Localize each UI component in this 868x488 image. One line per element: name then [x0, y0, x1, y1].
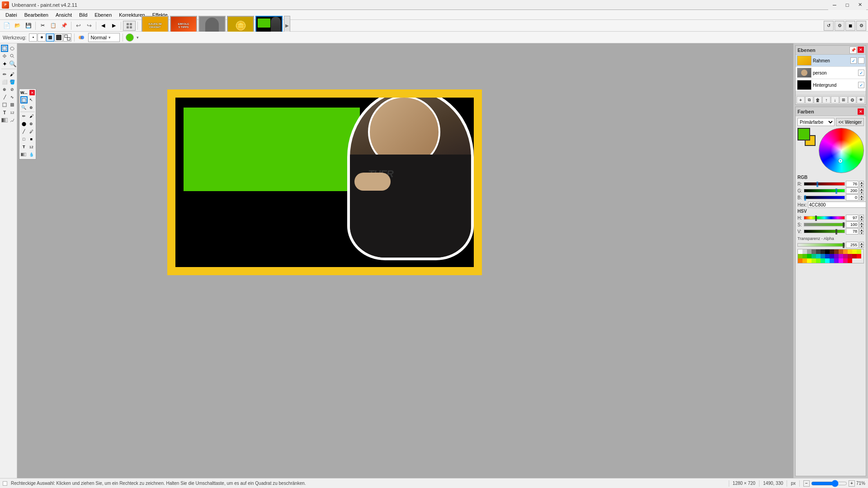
layer-up[interactable]: ↑ [822, 96, 830, 103]
tool-eraser[interactable]: ⬜ [1, 78, 8, 85]
palette-cell[interactable] [848, 258, 852, 263]
cut-button[interactable]: ✂ [38, 21, 47, 31]
tool-move[interactable] [1, 52, 8, 60]
primary-dropdown[interactable]: Primärfarbe [797, 118, 835, 126]
tool-rect[interactable] [1, 101, 8, 108]
layer-hintergrund[interactable]: Hintergrund ✓ [796, 79, 866, 91]
alpha-up[interactable]: ▲ [859, 242, 864, 245]
tool-size-3[interactable] [46, 33, 54, 42]
copy-button[interactable]: 📋 [48, 21, 58, 31]
layer-eye[interactable]: 👁 [857, 96, 865, 103]
r-bar[interactable] [804, 182, 845, 186]
palette-cell[interactable] [816, 258, 821, 263]
palette-cell[interactable] [802, 249, 807, 254]
primary-swatch[interactable] [797, 128, 810, 141]
s-bar[interactable] [804, 223, 845, 226]
palette-cell[interactable] [825, 254, 830, 258]
layer-dup[interactable]: ⧉ [805, 96, 813, 103]
menu-ebenen[interactable]: Ebenen [91, 11, 115, 19]
less-button[interactable]: << Weniger [836, 118, 864, 126]
tool-fill[interactable]: 🪣 [9, 78, 16, 85]
layer-down[interactable]: ↓ [831, 96, 839, 103]
palette-cell[interactable] [798, 254, 802, 258]
g-down[interactable]: ▼ [859, 191, 864, 194]
palette-cell[interactable] [816, 249, 821, 254]
palette-cell[interactable] [834, 249, 839, 254]
tool-magic-wand[interactable]: ✦ [1, 60, 8, 67]
layer-rahmen-check[interactable]: ✓ [850, 57, 857, 64]
palette-cell[interactable] [825, 258, 830, 263]
layer-rahmen-vis[interactable] [858, 57, 864, 64]
toolbar-right-btn4[interactable]: ⚙ [856, 21, 866, 31]
palette-cell[interactable] [807, 254, 811, 258]
h-bar[interactable] [804, 216, 845, 220]
w-tool-4[interactable]: ⊕ [28, 104, 35, 111]
palette-cell[interactable] [807, 249, 811, 254]
v-down[interactable]: ▼ [859, 231, 864, 235]
color-wheel[interactable] [819, 128, 864, 173]
tool-rect-select[interactable] [1, 45, 8, 52]
palette-cell[interactable] [807, 258, 811, 263]
palette-cell[interactable] [830, 249, 834, 254]
w-tool-13[interactable]: T [20, 143, 28, 150]
tool-zoom2[interactable]: 🔍 [9, 60, 16, 67]
palette-cell[interactable] [821, 254, 825, 258]
palette-cell[interactable] [798, 258, 802, 263]
toolbar-right-btn3[interactable]: ◼ [845, 21, 855, 31]
menu-bearbeiten[interactable]: Bearbeiten [21, 11, 52, 19]
palette-cell[interactable] [843, 254, 848, 258]
layer-add[interactable]: + [797, 96, 805, 103]
b-bar[interactable] [804, 196, 845, 199]
palette-cell[interactable] [857, 249, 861, 254]
tool-clone[interactable]: ⊕ [1, 86, 8, 93]
b-down[interactable]: ▼ [859, 197, 864, 201]
color-dot[interactable] [126, 33, 134, 42]
tool-num[interactable]: 12 [9, 109, 16, 116]
palette-cell[interactable] [852, 249, 857, 254]
w-tool-1[interactable] [20, 96, 28, 103]
undo-button[interactable]: ↩ [73, 21, 83, 31]
layer-rahmen[interactable]: Rahmen ✓ [796, 55, 866, 67]
h-input[interactable] [846, 215, 859, 221]
w-tool-6[interactable]: 🖌 [28, 113, 35, 120]
palette-cell[interactable] [848, 254, 852, 258]
tool-size-4[interactable] [55, 33, 63, 42]
maximize-button[interactable]: □ [841, 0, 854, 10]
new-button[interactable]: 📄 [2, 21, 12, 31]
hex-input[interactable] [808, 202, 866, 208]
palette-cell[interactable] [802, 254, 807, 258]
w-tool-9[interactable]: ╱ [20, 128, 28, 135]
redo-button[interactable]: ↪ [84, 21, 94, 31]
layers-close[interactable]: ✕ [858, 47, 864, 53]
tool-lasso[interactable] [9, 45, 16, 52]
tool-line[interactable]: ╱ [1, 94, 8, 101]
s-up[interactable]: ▲ [859, 221, 864, 225]
palette-cell[interactable] [811, 254, 816, 258]
toolbar-right-btn2[interactable]: ⚙ [835, 21, 844, 31]
palette-cell[interactable] [834, 258, 839, 263]
history-back[interactable]: ◀ [98, 21, 108, 31]
history-fwd[interactable]: ▶ [109, 21, 119, 31]
palette-cell[interactable] [830, 254, 834, 258]
close-button[interactable]: ✕ [854, 0, 866, 10]
toolbar-right-btn1[interactable]: ↺ [824, 21, 834, 31]
paste-button[interactable]: 📌 [59, 21, 69, 31]
palette-cell[interactable] [811, 249, 816, 254]
h-up[interactable]: ▲ [859, 215, 864, 218]
open-button[interactable]: 📂 [13, 21, 23, 31]
tool-text[interactable]: T [1, 109, 8, 116]
w-tool-3[interactable]: 🔍 [20, 104, 28, 111]
tool-size-5[interactable] [63, 33, 71, 42]
w-tool-10[interactable]: 🖊 [28, 128, 35, 135]
palette-cell[interactable] [816, 254, 821, 258]
palette-cell[interactable] [825, 249, 830, 254]
palette-cell[interactable] [843, 249, 848, 254]
blend-mode-dropdown[interactable]: Normal ▾ [88, 33, 120, 42]
w-tool-11[interactable]: □ [20, 136, 28, 143]
g-bar[interactable] [804, 189, 845, 192]
palette-cell[interactable] [830, 258, 834, 263]
color-wheel-wrap[interactable] [819, 128, 864, 173]
w-tool-2[interactable]: ↖ [28, 96, 35, 103]
minimize-button[interactable]: ─ [828, 0, 841, 10]
tool-brush[interactable]: 🖌 [9, 70, 16, 78]
